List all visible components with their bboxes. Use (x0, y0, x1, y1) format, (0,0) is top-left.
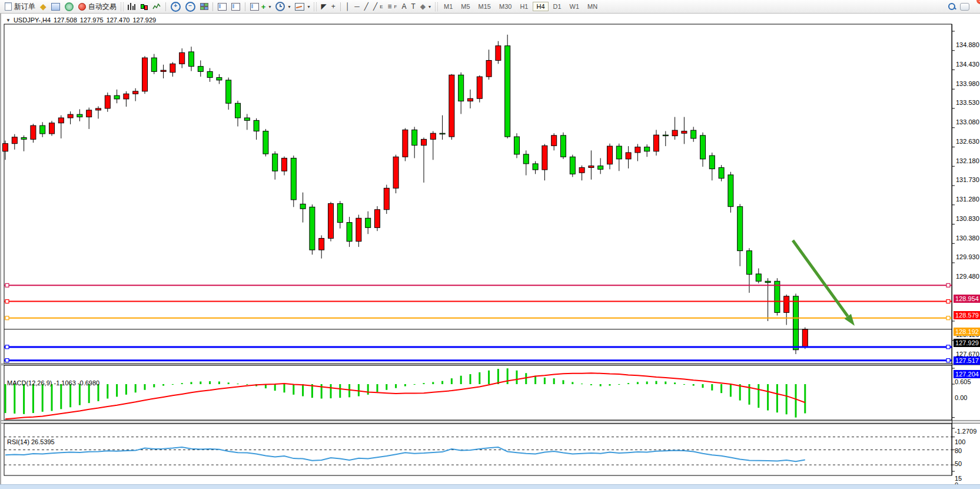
macd-histogram-bar (758, 384, 759, 408)
zoom-in-icon: + (171, 2, 181, 12)
signals-button[interactable] (62, 1, 76, 12)
macd-histogram-bar (162, 384, 164, 386)
candle-body (607, 146, 613, 164)
candle-body (616, 146, 622, 159)
candle-body (449, 75, 454, 137)
new-order-button[interactable]: 新订单 (2, 1, 38, 12)
crosshair-button[interactable]: + (329, 1, 338, 12)
line-handle[interactable] (5, 283, 9, 287)
text-button[interactable]: A (399, 1, 408, 12)
macd-histogram-bar (42, 384, 44, 412)
candle-body (728, 175, 733, 207)
macd-histogram-bar (563, 380, 564, 384)
toolbar-separator (245, 2, 245, 11)
macd-histogram-bar (107, 384, 108, 399)
line-handle[interactable] (946, 300, 950, 303)
notifications-button[interactable]: 1 (958, 1, 972, 12)
symbol-dropdown-icon[interactable]: ▼ (6, 18, 11, 23)
line-handle[interactable] (5, 300, 9, 303)
timeframe-button-d1[interactable]: D1 (550, 2, 565, 11)
candle-body (375, 210, 380, 228)
macd-histogram-bar (525, 373, 527, 384)
candle-body (254, 120, 259, 131)
candlestick-chart-button[interactable] (138, 1, 150, 12)
macd-histogram-bar (497, 369, 499, 384)
text-label-button[interactable]: T (408, 1, 417, 12)
timeframe-button-m30[interactable]: M30 (496, 2, 515, 11)
horizontal-line-button[interactable]: ─ (352, 1, 362, 12)
candle-body (3, 144, 8, 151)
timeframe-button-mn[interactable]: MN (584, 2, 601, 11)
macd-histogram-bar (60, 384, 62, 409)
line-chart-button[interactable] (150, 1, 163, 12)
ohlc-close: 127.929 (132, 16, 156, 24)
navigator-icon (51, 3, 60, 11)
chart-window[interactable]: ▼ USDJPY-,H4 127.508 127.975 127.470 127… (0, 14, 980, 484)
macd-histogram-bar (534, 376, 536, 384)
macd-histogram-bar (627, 383, 629, 384)
line-handle[interactable] (5, 345, 9, 349)
macd-histogram-bar (200, 382, 201, 384)
new-order-icon (5, 2, 12, 11)
macd-histogram-bar (488, 371, 490, 384)
timeframe-button-h4[interactable]: H4 (533, 2, 548, 11)
ohlc-open: 127.508 (54, 16, 77, 24)
line-handle[interactable] (946, 316, 950, 320)
macd-histogram-bar (284, 384, 285, 392)
timeframe-button-h1[interactable]: H1 (516, 2, 531, 11)
line-handle[interactable] (946, 359, 950, 362)
top-toolbar: 新订单 ◆ 自动交易 + − +▾ ▾ ▾ ◤ + │ ─ ╱ ╱E ≡F (0, 0, 980, 14)
timeframe-button-m5[interactable]: M5 (457, 2, 473, 11)
candle-body (579, 167, 584, 173)
template-button[interactable]: ▾ (293, 1, 312, 12)
candle-body (114, 95, 119, 99)
candle-body (403, 130, 408, 157)
clock-icon (275, 2, 285, 11)
channel-button[interactable]: ╱E (371, 1, 386, 12)
timeframe-button-m15[interactable]: M15 (475, 2, 494, 11)
trendline-button[interactable]: ╱ (362, 1, 371, 12)
chart-canvas[interactable] (1, 14, 980, 484)
timeframe-button-m1[interactable]: M1 (440, 2, 456, 11)
cursor-button[interactable]: ◤ (318, 1, 328, 12)
shapes-button[interactable]: ◆▾ (418, 1, 433, 12)
fibonacci-button[interactable]: ≡F (386, 1, 400, 12)
candle-body (589, 166, 594, 168)
bar-chart-button[interactable] (125, 1, 138, 12)
zoom-in-button[interactable]: + (168, 1, 183, 12)
cursor-icon: ◤ (321, 2, 326, 11)
auto-trading-button[interactable]: 自动交易 (76, 1, 119, 12)
line-handle[interactable] (5, 359, 9, 362)
macd-histogram-bar (683, 384, 685, 385)
vertical-line-button[interactable]: │ (343, 1, 353, 12)
macd-histogram-bar (618, 384, 620, 385)
candle-body (347, 223, 352, 242)
add-indicator-button[interactable]: +▾ (248, 1, 274, 12)
cascade-charts-button[interactable] (229, 1, 242, 12)
timeframe-button-w1[interactable]: W1 (566, 2, 583, 11)
macd-histogram-bar (358, 384, 360, 397)
candle-body (68, 114, 73, 118)
line-handle[interactable] (946, 345, 950, 349)
navigator-button[interactable] (49, 1, 62, 12)
line-handle[interactable] (5, 316, 9, 320)
period-button[interactable]: ▾ (273, 1, 293, 12)
market-watch-button[interactable]: ◆ (38, 1, 49, 12)
tile-windows-button[interactable] (198, 1, 210, 12)
toolbar-grip (435, 2, 438, 11)
candle-body (459, 75, 464, 101)
zoom-out-button[interactable]: − (183, 1, 198, 12)
macd-histogram-bar (572, 382, 573, 384)
auto-trading-label: 自动交易 (88, 2, 117, 12)
candle-body (663, 135, 668, 136)
candle-body (486, 60, 491, 77)
candle-body (142, 58, 148, 91)
macd-histogram-bar (302, 384, 304, 397)
search-button[interactable] (946, 1, 958, 12)
channel-icon: ╱ (373, 2, 377, 11)
shapes-icon: ◆ (420, 2, 426, 11)
arrange-charts-button[interactable] (215, 1, 229, 12)
template-icon (295, 3, 304, 11)
line-handle[interactable] (946, 283, 950, 287)
new-order-label: 新订单 (14, 2, 35, 12)
